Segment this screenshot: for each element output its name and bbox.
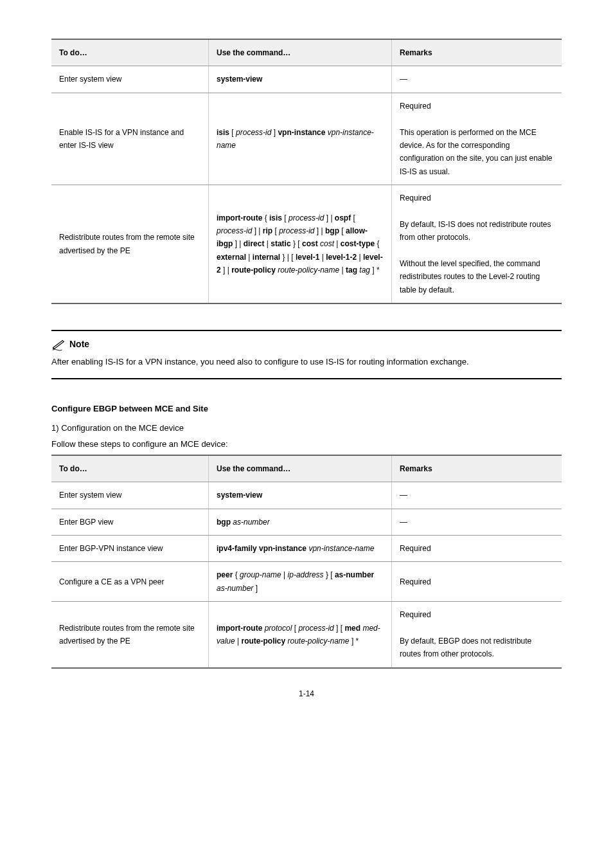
table-row: Redistribute routes from the remote site… <box>51 602 562 668</box>
section-sub1: 1) Configuration on the MCE device <box>51 422 562 435</box>
cell-remarks: — <box>392 482 562 509</box>
cell-remarks: — <box>392 509 562 535</box>
cell-desc: Enter BGP view <box>51 509 209 535</box>
cell-cmd: import-route { isis [ process-id ] | osp… <box>209 185 392 304</box>
cell-cmd: bgp as-number <box>209 509 392 535</box>
note-label: Note <box>69 338 89 351</box>
table-header: Use the command… <box>209 455 392 482</box>
cell-desc: Configure a CE as a VPN peer <box>51 562 209 602</box>
cell-desc: Redistribute routes from the remote site… <box>51 185 209 304</box>
section-sub2: Follow these steps to configure an MCE d… <box>51 438 562 451</box>
table-row: Configure a CE as a VPN peer peer { grou… <box>51 562 562 602</box>
table-row: Redistribute routes from the remote site… <box>51 185 562 304</box>
cell-desc: Enter system view <box>51 482 209 509</box>
cell-remarks: RequiredBy default, EBGP does not redist… <box>392 602 562 668</box>
table-header: Remarks <box>392 39 562 66</box>
note-heading: Note <box>51 338 562 351</box>
table-row: Enter BGP view bgp as-number — <box>51 509 562 535</box>
cell-desc: Enter system view <box>51 66 209 93</box>
cell-cmd: system-view <box>209 482 392 509</box>
cell-desc: Enable IS-IS for a VPN instance and ente… <box>51 93 209 185</box>
cell-cmd: peer { group-name | ip-address } [ as-nu… <box>209 562 392 602</box>
cell-cmd: system-view <box>209 66 392 93</box>
table-ebgp-config: To do… Use the command… Remarks Enter sy… <box>51 455 562 669</box>
cell-cmd: ipv4-family vpn-instance vpn-instance-na… <box>209 536 392 562</box>
cell-desc: Enter BGP-VPN instance view <box>51 536 209 562</box>
table-row: Enter BGP-VPN instance view ipv4-family … <box>51 536 562 562</box>
note-block: Note After enabling IS-IS for a VPN inst… <box>51 330 562 379</box>
table-header: Remarks <box>392 455 562 482</box>
table-header: To do… <box>51 455 209 482</box>
section-heading: Configure EBGP between MCE and Site <box>51 402 562 415</box>
table-header: To do… <box>51 39 209 66</box>
table-row: Enter system view system-view — <box>51 482 562 509</box>
note-text: After enabling IS-IS for a VPN instance,… <box>51 355 562 369</box>
note-icon <box>51 338 66 351</box>
table-row: Enable IS-IS for a VPN instance and ente… <box>51 93 562 185</box>
cell-remarks: Required <box>392 562 562 602</box>
cell-cmd: isis [ process-id ] vpn-instance vpn-ins… <box>209 93 392 185</box>
cell-remarks: — <box>392 66 562 93</box>
table-isis-config: To do… Use the command… Remarks Enter sy… <box>51 39 562 304</box>
cell-desc: Redistribute routes from the remote site… <box>51 602 209 668</box>
cell-remarks: Required <box>392 536 562 562</box>
page-number: 1-14 <box>51 688 562 700</box>
cell-remarks: RequiredThis operation is performed on t… <box>392 93 562 185</box>
table-header: Use the command… <box>209 39 392 66</box>
cell-cmd: import-route protocol [ process-id ] [ m… <box>209 602 392 668</box>
table-row: Enter system view system-view — <box>51 66 562 93</box>
cell-remarks: RequiredBy default, IS-IS does not redis… <box>392 185 562 304</box>
